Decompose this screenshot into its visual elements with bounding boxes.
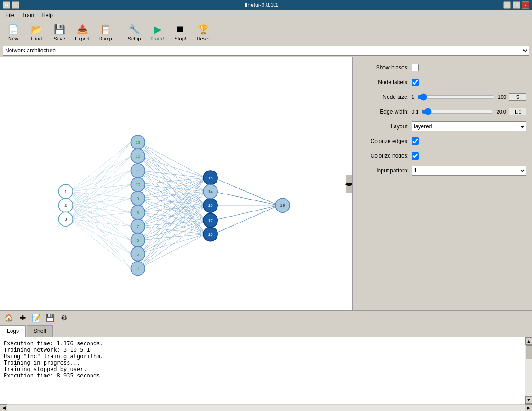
train-button[interactable]: ▶ Train! bbox=[147, 22, 168, 43]
dump-button[interactable]: 📋 Dump bbox=[95, 22, 116, 43]
close-window-btn[interactable]: × bbox=[522, 1, 529, 9]
main-area: ◀▶ bbox=[0, 57, 532, 310]
export-button[interactable]: 📤 Export bbox=[72, 22, 93, 43]
log-area: Execution time: 1.176 seconds. Training … bbox=[0, 337, 532, 404]
input-pattern-row: Input pattern: 1 2 3 bbox=[358, 165, 526, 176]
arrow-icon: ◀▶ bbox=[345, 181, 353, 187]
stop-label: Stop! bbox=[174, 36, 186, 41]
colorize-edges-checkbox[interactable] bbox=[412, 137, 419, 145]
logs-tab[interactable]: Logs bbox=[0, 325, 26, 337]
menu-train[interactable]: Train bbox=[18, 11, 38, 19]
node-labels-row: Node labels: bbox=[358, 77, 526, 88]
shell-tab[interactable]: Shell bbox=[27, 325, 53, 337]
window-title: ffnetui-0.8.3.1 bbox=[19, 2, 503, 8]
layout-label: Layout: bbox=[358, 123, 409, 130]
save2-btn[interactable]: 💾 bbox=[44, 312, 56, 324]
scroll-thumb[interactable] bbox=[526, 345, 532, 359]
dropdown-row: Network architecture bbox=[0, 44, 532, 57]
dump-label: Dump bbox=[98, 36, 112, 41]
save-button[interactable]: 💾 Save bbox=[49, 22, 70, 43]
show-biases-row: Show biases: bbox=[358, 62, 526, 73]
svg-text:2: 2 bbox=[64, 203, 67, 208]
node-size-row: Node size: 1 100 5 bbox=[358, 91, 526, 103]
svg-text:1: 1 bbox=[64, 189, 67, 194]
scroll-track bbox=[525, 345, 532, 396]
node-size-value: 5 bbox=[509, 93, 526, 101]
bottom-toolbar: 🏠 ✚ 📝 💾 ⚙ bbox=[0, 311, 532, 325]
svg-text:6: 6 bbox=[137, 238, 139, 243]
scroll-up-arrow[interactable]: ▲ bbox=[525, 337, 532, 345]
svg-text:13: 13 bbox=[136, 140, 140, 145]
reset-button[interactable]: 🏆 Reset bbox=[193, 22, 214, 43]
node-size-max: 100 bbox=[498, 94, 506, 100]
svg-text:15: 15 bbox=[208, 175, 212, 180]
show-biases-checkbox[interactable] bbox=[412, 64, 419, 71]
show-biases-label: Show biases: bbox=[358, 64, 409, 71]
add-btn[interactable]: ✚ bbox=[17, 312, 29, 324]
svg-text:10: 10 bbox=[136, 182, 140, 187]
maximize-window-btn[interactable]: □ bbox=[513, 1, 520, 9]
svg-text:12: 12 bbox=[136, 154, 140, 159]
node-size-min: 1 bbox=[412, 94, 414, 100]
minimize-window-btn[interactable]: − bbox=[503, 1, 511, 9]
collapse-arrow[interactable]: ◀▶ bbox=[346, 175, 352, 193]
svg-text:11: 11 bbox=[136, 168, 140, 173]
colorize-nodes-label: Colorize nodes: bbox=[358, 153, 409, 159]
edge-width-row: Edge width: 0.1 20.0 1.0 bbox=[358, 106, 526, 117]
edge-width-min: 0.1 bbox=[412, 109, 418, 114]
scroll-down-arrow[interactable]: ▼ bbox=[525, 396, 532, 404]
new-button[interactable]: 📄 New bbox=[3, 22, 24, 43]
input-pattern-label: Input pattern: bbox=[358, 167, 409, 174]
edit-btn[interactable]: 📝 bbox=[30, 312, 42, 324]
menu-file[interactable]: File bbox=[2, 11, 18, 19]
horizontal-scrollbar: ◀ ▶ bbox=[0, 404, 532, 411]
right-panel: Show biases: Node labels: Node size: 1 1… bbox=[353, 57, 532, 310]
colorize-nodes-row: Colorize nodes: bbox=[358, 150, 526, 161]
settings-btn[interactable]: ⚙ bbox=[58, 312, 70, 324]
scroll-right-arrow[interactable]: ▶ bbox=[525, 404, 532, 411]
tabs-row: Logs Shell bbox=[0, 325, 532, 337]
train-label: Train! bbox=[150, 36, 164, 41]
architecture-select[interactable]: Network architecture bbox=[3, 46, 529, 56]
system-menu-btn[interactable]: ⚙ bbox=[3, 1, 10, 9]
node-labels-checkbox[interactable] bbox=[412, 79, 419, 86]
input-pattern-select[interactable]: 1 2 3 bbox=[412, 166, 526, 176]
layout-select[interactable]: layered spring circular bbox=[412, 121, 526, 131]
network-visualization: 1 2 3 13 12 11 10 9 8 7 6 bbox=[0, 57, 352, 310]
h-scroll-track[interactable] bbox=[7, 405, 525, 411]
stop-button[interactable]: ⏹ Stop! bbox=[170, 22, 191, 43]
colorize-edges-label: Colorize edges: bbox=[358, 138, 409, 144]
colorize-nodes-checkbox[interactable] bbox=[412, 152, 419, 160]
svg-text:8: 8 bbox=[137, 210, 139, 215]
layout-row: Layout: layered spring circular bbox=[358, 121, 526, 132]
edge-width-slider[interactable] bbox=[421, 108, 493, 115]
edge-width-value: 1.0 bbox=[509, 108, 526, 115]
toolbar: 📄 New 📂 Load 💾 Save 📤 Export 📋 Dump 🔧 Se… bbox=[0, 20, 532, 44]
log-scrollbar: ▲ ▼ bbox=[525, 337, 532, 404]
load-button[interactable]: 📂 Load bbox=[26, 22, 47, 43]
export-icon: 📤 bbox=[76, 23, 89, 36]
svg-text:19: 19 bbox=[280, 203, 285, 208]
setup-label: Setup bbox=[128, 36, 141, 41]
dump-icon: 📋 bbox=[99, 23, 112, 36]
stop-icon: ⏹ bbox=[174, 23, 187, 36]
titlebar: ⚙ — ffnetui-0.8.3.1 − □ × bbox=[0, 0, 532, 10]
svg-text:18: 18 bbox=[208, 203, 212, 208]
svg-text:16: 16 bbox=[208, 232, 212, 237]
colorize-edges-row: Colorize edges: bbox=[358, 136, 526, 147]
menu-help[interactable]: Help bbox=[38, 11, 57, 19]
scroll-left-arrow[interactable]: ◀ bbox=[0, 404, 7, 411]
node-labels-label: Node labels: bbox=[358, 79, 409, 86]
load-label: Load bbox=[31, 36, 42, 41]
setup-button[interactable]: 🔧 Setup bbox=[124, 22, 145, 43]
svg-text:3: 3 bbox=[64, 217, 67, 222]
minimize-btn[interactable]: — bbox=[12, 1, 19, 9]
train-icon: ▶ bbox=[151, 23, 164, 36]
toolbar-separator bbox=[120, 23, 120, 41]
node-size-label: Node size: bbox=[358, 94, 409, 100]
home-btn[interactable]: 🏠 bbox=[3, 312, 15, 324]
svg-text:5: 5 bbox=[137, 251, 139, 257]
edge-width-max: 20.0 bbox=[497, 109, 506, 114]
reset-label: Reset bbox=[197, 36, 210, 41]
node-size-slider[interactable] bbox=[417, 93, 495, 101]
